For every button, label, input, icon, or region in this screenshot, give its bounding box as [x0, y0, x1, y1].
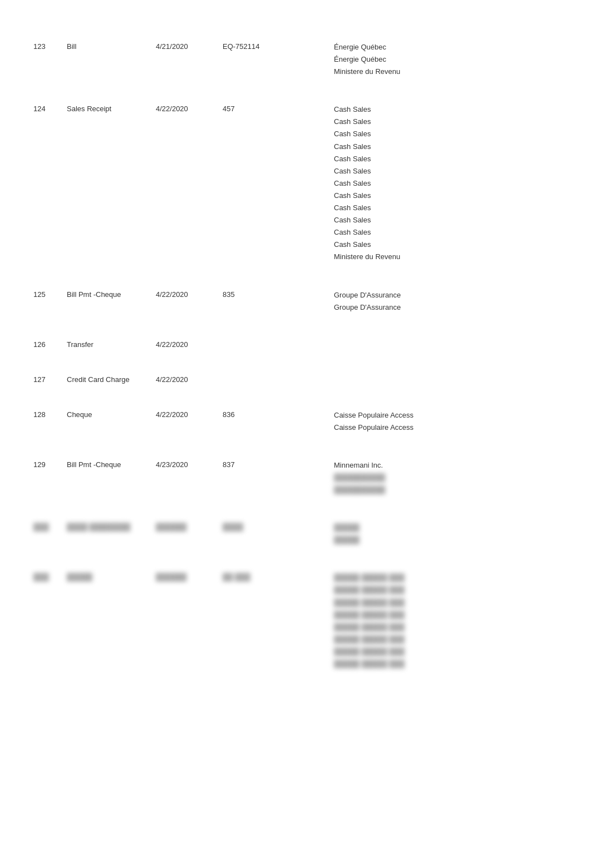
name-entry: Cash Sales [334, 226, 558, 239]
transaction-names: ██████████ [334, 522, 558, 546]
transaction-ref: 836 [223, 409, 289, 419]
name-entry: █████ █████ ███ [334, 633, 558, 646]
name-entry: Ministere du Revenu [334, 251, 558, 263]
name-entry: █████ [334, 534, 558, 546]
row-number: 128 [33, 409, 67, 419]
name-entry: Cash Sales [334, 128, 558, 140]
transaction-type: █████ [67, 572, 156, 581]
name-entry: █████ █████ ███ [334, 621, 558, 633]
transaction-date: ██████ [156, 572, 223, 581]
transaction-date: ██████ [156, 522, 223, 531]
name-entry: Ministere du Revenu [334, 66, 558, 78]
transaction-names: █████ █████ ████████ █████ ████████ ████… [334, 572, 558, 670]
name-entry: Caisse Populaire Access [334, 409, 558, 421]
table-row[interactable]: ████████████████ ████████ █████ ████████… [33, 564, 558, 678]
transaction-names: Minnemani Inc.████████████████████ [334, 459, 558, 496]
transaction-ref: ██ ███ [223, 572, 289, 581]
name-entry: ██████████ [334, 472, 558, 484]
name-entry: Cash Sales [334, 141, 558, 153]
name-entry: Cash Sales [334, 239, 558, 251]
name-entry: █████ █████ ███ [334, 658, 558, 670]
transaction-date: 4/21/2020 [156, 41, 223, 51]
row-number: 123 [33, 41, 67, 51]
name-entry: Cash Sales [334, 153, 558, 165]
name-entry: █████ █████ ███ [334, 584, 558, 596]
name-entry: █████ █████ ███ [334, 646, 558, 658]
name-entry: Cash Sales [334, 202, 558, 214]
transaction-ref: 837 [223, 459, 289, 469]
transaction-type: Bill Pmt -Cheque [67, 459, 156, 469]
transaction-names: Énergie QuébecÉnergie QuébecMinistere du… [334, 41, 558, 78]
name-entry: Cash Sales [334, 165, 558, 177]
transaction-type: ████ ████████ [67, 522, 156, 531]
transaction-type: Credit Card Charge [67, 374, 156, 384]
name-entry: Groupe D'Assurance [334, 289, 558, 301]
table-row[interactable]: 124Sales Receipt4/22/2020457Cash SalesCa… [33, 96, 558, 271]
transaction-names: Cash SalesCash SalesCash SalesCash Sales… [334, 103, 558, 263]
table-row[interactable]: ███████ ████████████████████████████ [33, 514, 558, 554]
transaction-type: Cheque [67, 409, 156, 419]
row-number: 129 [33, 459, 67, 469]
table-row[interactable]: 125Bill Pmt -Cheque4/22/2020835Groupe D'… [33, 281, 558, 321]
transaction-date: 4/22/2020 [156, 374, 223, 384]
transaction-ref [223, 339, 289, 340]
name-entry: Minnemani Inc. [334, 459, 558, 472]
row-number: 127 [33, 374, 67, 384]
name-entry: Cash Sales [334, 177, 558, 190]
transaction-type: Bill [67, 41, 156, 51]
transaction-ref: EQ-752114 [223, 41, 289, 51]
name-entry: Cash Sales [334, 103, 558, 116]
row-number: 124 [33, 103, 67, 113]
name-entry: █████ [334, 522, 558, 534]
row-number: ███ [33, 522, 67, 531]
name-entry: █████ █████ ███ [334, 597, 558, 609]
name-entry: Cash Sales [334, 116, 558, 128]
transaction-names: Caisse Populaire AccessCaisse Populaire … [334, 409, 558, 434]
table-row[interactable]: 129Bill Pmt -Cheque4/23/2020837Minnemani… [33, 452, 558, 504]
transaction-table: 123Bill4/21/2020EQ-752114Énergie QuébecÉ… [0, 22, 591, 699]
row-number: 125 [33, 289, 67, 299]
name-entry: ██████████ [334, 484, 558, 496]
row-number: 126 [33, 339, 67, 349]
row-number: ███ [33, 572, 67, 581]
name-entry: Énergie Québec [334, 53, 558, 66]
transaction-date: 4/22/2020 [156, 339, 223, 349]
table-row[interactable]: 123Bill4/21/2020EQ-752114Énergie QuébecÉ… [33, 33, 558, 86]
transaction-ref: 457 [223, 103, 289, 113]
transaction-date: 4/22/2020 [156, 103, 223, 113]
name-entry: Groupe D'Assurance [334, 301, 558, 314]
name-entry: Cash Sales [334, 214, 558, 226]
transaction-type: Bill Pmt -Cheque [67, 289, 156, 299]
transaction-ref [223, 374, 289, 375]
transaction-type: Transfer [67, 339, 156, 349]
name-entry: Énergie Québec [334, 41, 558, 53]
transaction-date: 4/23/2020 [156, 459, 223, 469]
transaction-ref: ████ [223, 522, 289, 531]
transaction-ref: 835 [223, 289, 289, 299]
name-entry: Cash Sales [334, 190, 558, 202]
transaction-names: Groupe D'AssuranceGroupe D'Assurance [334, 289, 558, 314]
name-entry: █████ █████ ███ [334, 609, 558, 621]
table-row[interactable]: 128Cheque4/22/2020836Caisse Populaire Ac… [33, 401, 558, 442]
table-row[interactable]: 127Credit Card Charge4/22/2020 [33, 366, 558, 391]
transaction-type: Sales Receipt [67, 103, 156, 113]
transaction-date: 4/22/2020 [156, 409, 223, 419]
table-row[interactable]: 126Transfer4/22/2020 [33, 331, 558, 356]
name-entry: █████ █████ ███ [334, 572, 558, 584]
name-entry: Caisse Populaire Access [334, 421, 558, 434]
transaction-date: 4/22/2020 [156, 289, 223, 299]
